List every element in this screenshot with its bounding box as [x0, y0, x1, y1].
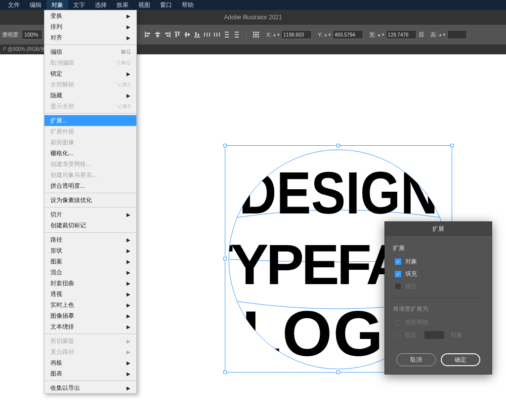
radio-gradient	[395, 320, 401, 326]
svg-rect-19	[207, 33, 208, 37]
handle-bottom-middle[interactable]	[337, 371, 340, 374]
menu-help[interactable]: 帮助	[177, 0, 199, 10]
menu-item-28[interactable]: 封套扭曲▶	[44, 278, 136, 289]
submenu-arrow-icon: ▶	[126, 302, 130, 308]
menu-edit[interactable]: 编辑	[25, 0, 46, 10]
menu-item-25[interactable]: 形状▶	[44, 245, 136, 256]
menu-item-label: 显示全部	[50, 102, 74, 111]
checkbox-fill[interactable]: ✓	[395, 271, 401, 277]
submenu-arrow-icon: ▶	[126, 212, 130, 217]
checkbox-object[interactable]: ✓	[395, 258, 401, 265]
menu-window[interactable]: 窗口	[155, 0, 177, 10]
opacity-input[interactable]	[22, 30, 42, 40]
menu-item-29[interactable]: 透视▶	[44, 289, 136, 299]
menu-item-37[interactable]: 图表▶	[44, 368, 136, 379]
menu-effect[interactable]: 效果	[112, 0, 133, 10]
menu-item-30[interactable]: 实时上色▶	[44, 299, 136, 310]
menu-item-36[interactable]: 画板▶	[44, 357, 136, 368]
handle-middle-left[interactable]	[223, 257, 227, 260]
menu-item-26[interactable]: 图案▶	[44, 256, 136, 267]
dist-v-icon[interactable]	[222, 30, 231, 39]
menu-item-24[interactable]: 路径▶	[44, 234, 136, 245]
menu-item-label: 创建裁切标记	[50, 221, 86, 230]
menu-item-39[interactable]: 收集以导出▶	[44, 382, 136, 393]
checkbox-fill-row[interactable]: ✓ 填充	[393, 270, 484, 278]
gradient-section-title: 将渐变扩展为	[393, 305, 484, 313]
handle-top-right[interactable]	[450, 144, 454, 147]
submenu-arrow-icon: ▶	[126, 35, 130, 41]
align-bottom-icon[interactable]	[193, 30, 202, 39]
svg-rect-34	[255, 34, 257, 36]
ok-button[interactable]: 确定	[441, 353, 480, 366]
menu-item-label: 透视	[50, 290, 62, 298]
menu-file[interactable]: 文件	[3, 0, 25, 10]
menu-item-4[interactable]: 编组⌘G	[44, 46, 136, 57]
menu-item-2[interactable]: 对齐▶	[44, 32, 136, 43]
dist-h2-icon[interactable]	[212, 30, 221, 39]
menu-item-21[interactable]: 切片▶	[44, 209, 136, 220]
x-stepper-icon[interactable]: ▲▼	[272, 33, 280, 37]
svg-rect-33	[253, 34, 254, 36]
handle-top-middle[interactable]	[337, 144, 340, 147]
svg-rect-23	[219, 33, 220, 37]
menu-item-0[interactable]: 变换▶	[44, 10, 136, 21]
menu-item-34: 剪切蒙版▶	[44, 336, 136, 346]
svg-rect-22	[216, 33, 217, 37]
menu-item-label: 切片	[50, 210, 62, 219]
dist-h-icon[interactable]	[203, 30, 211, 39]
menu-item-label: 混合	[50, 268, 62, 277]
menu-view[interactable]: 视图	[133, 0, 155, 10]
menu-item-14[interactable]: 栅格化...	[44, 148, 136, 159]
menu-item-31[interactable]: 图像描摹▶	[44, 310, 136, 321]
align-top-icon[interactable]	[173, 30, 182, 39]
menu-shortcut: ⌥⌘2	[116, 82, 130, 88]
svg-rect-21	[214, 33, 215, 37]
svg-rect-25	[225, 34, 229, 35]
dist-v2-icon[interactable]	[232, 30, 241, 39]
align-right-icon[interactable]	[163, 30, 172, 39]
h-input[interactable]	[447, 30, 467, 39]
checkbox-object-row[interactable]: ✓ 对象	[393, 257, 484, 266]
y-stepper-icon[interactable]: ▲▼	[324, 33, 332, 37]
menu-item-32[interactable]: 文本绕排▶	[44, 321, 136, 332]
radio-gradient-row: 渐变网格	[393, 318, 484, 327]
menu-item-8[interactable]: 隐藏▶	[44, 90, 136, 101]
align-hcenter-icon[interactable]	[153, 30, 162, 39]
align-left-icon[interactable]	[143, 30, 152, 39]
submenu-arrow-icon: ▶	[126, 313, 130, 319]
menu-item-label: 全部解锁	[50, 81, 74, 89]
menu-shortcut: ⌘G	[121, 49, 130, 55]
menu-type[interactable]: 文字	[68, 0, 90, 10]
align-vcenter-icon[interactable]	[183, 30, 192, 39]
y-input[interactable]	[333, 30, 363, 39]
svg-rect-2	[146, 35, 149, 37]
w-stepper-icon[interactable]: ▲▼	[377, 33, 385, 37]
object-menu-dropdown: 变换▶排列▶对齐▶编组⌘G取消编组⇧⌘G锁定▶全部解锁⌥⌘2隐藏▶显示全部⌥⌘3…	[44, 10, 137, 394]
svg-rect-29	[235, 37, 239, 38]
menu-item-22[interactable]: 创建裁切标记	[44, 220, 136, 231]
link-wh-icon[interactable]: ⛓	[419, 31, 424, 38]
svg-rect-24	[225, 32, 229, 33]
menu-item-27[interactable]: 混合▶	[44, 267, 136, 278]
handle-top-left[interactable]	[223, 144, 227, 147]
menu-item-6[interactable]: 锁定▶	[44, 68, 136, 79]
y-label: Y:	[318, 32, 323, 38]
menu-select[interactable]: 选择	[90, 0, 112, 10]
radio-gradient-label: 渐变网格	[405, 318, 428, 327]
document-tab[interactable]: I* @300% (RGB/预	[3, 46, 45, 53]
x-input[interactable]	[281, 30, 312, 39]
submenu-arrow-icon: ▶	[126, 237, 130, 243]
transform-reference-icon[interactable]	[252, 30, 260, 39]
svg-rect-27	[235, 32, 239, 33]
menu-item-1[interactable]: 排列▶	[44, 21, 136, 32]
handle-bottom-left[interactable]	[223, 371, 227, 374]
h-stepper-icon[interactable]: ▲▼	[438, 33, 446, 37]
menu-item-17[interactable]: 拼合透明度...	[44, 180, 136, 191]
menu-item-11[interactable]: 扩展...	[44, 115, 136, 126]
menu-item-label: 扩展外观	[50, 127, 74, 136]
menu-object[interactable]: 对象	[46, 0, 68, 10]
w-input[interactable]	[386, 30, 417, 39]
submenu-arrow-icon: ▶	[126, 281, 130, 286]
cancel-button[interactable]: 取消	[396, 353, 436, 366]
menu-item-19[interactable]: 设为像素级优化	[44, 195, 136, 206]
